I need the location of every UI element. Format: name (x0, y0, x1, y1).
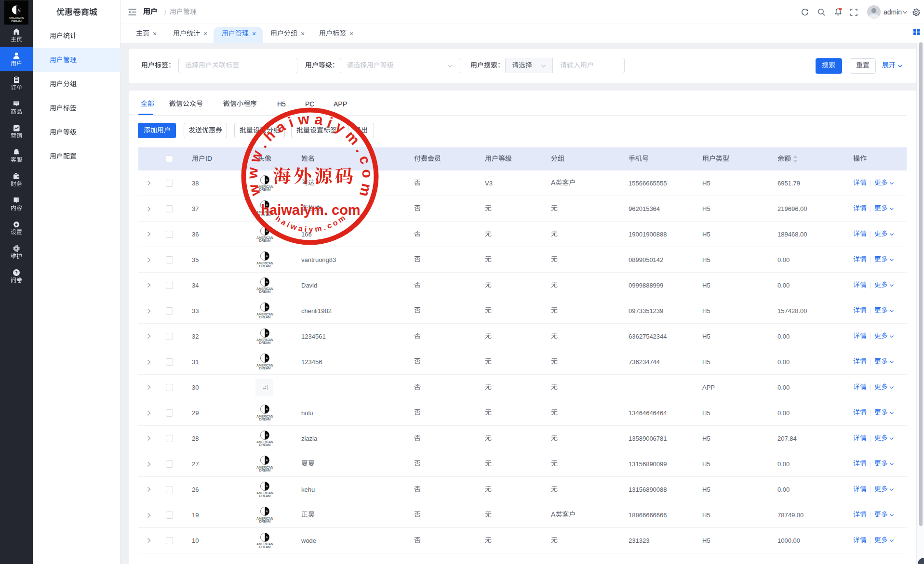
svg-text:AMERICAN: AMERICAN (9, 16, 24, 19)
svg-text:.: . (353, 144, 369, 155)
svg-text:A: A (551, 179, 556, 186)
svg-text:a: a (273, 118, 288, 136)
svg-text:c: c (356, 154, 374, 166)
svg-text:a: a (298, 224, 304, 233)
svg-text:A: A (18, 9, 20, 12)
svg-text:w: w (297, 111, 310, 128)
svg-text:a: a (314, 111, 324, 128)
svg-text:DREAM: DREAM (11, 20, 22, 23)
svg-text:m: m (314, 224, 322, 233)
svg-text:i: i (286, 114, 295, 130)
svg-text:o: o (359, 169, 375, 179)
svg-text:i: i (325, 114, 335, 131)
svg-text:w: w (244, 167, 261, 180)
svg-text:A: A (551, 511, 556, 518)
svg-text:?: ? (15, 270, 18, 275)
svg-text:i: i (304, 225, 307, 233)
svg-text:y: y (308, 225, 313, 233)
svg-text:w: w (289, 222, 298, 231)
svg-text:m: m (357, 182, 375, 198)
svg-text:ID: ID (205, 155, 212, 162)
svg-text:.: . (322, 223, 327, 232)
svg-text:w: w (245, 183, 263, 198)
svg-text:w: w (246, 148, 266, 165)
svg-text:y: y (333, 118, 348, 136)
svg-text:haiwaiym. com: haiwaiym. com (261, 202, 360, 218)
svg-text:.: . (254, 139, 269, 151)
